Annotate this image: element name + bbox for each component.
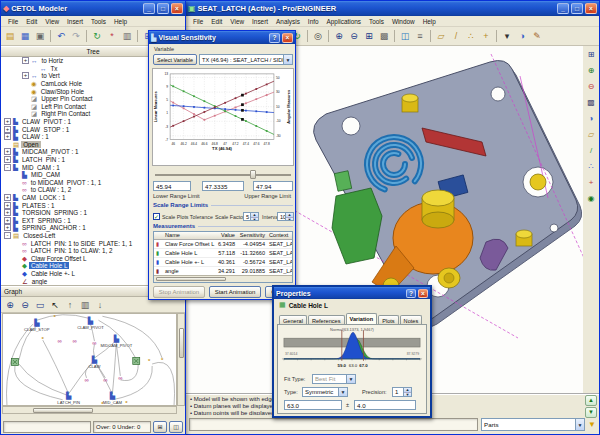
cetol-minimize-button[interactable]: _ [143, 3, 155, 14]
tree-expand-toggle[interactable]: - [4, 232, 11, 239]
column-header[interactable]: Context [267, 232, 293, 239]
spinner-arrows[interactable]: ▲▼ [250, 213, 258, 220]
menu-help[interactable]: Help [110, 18, 131, 25]
datum-point-icon[interactable]: ∴ [464, 29, 478, 43]
undo-icon[interactable]: ↶ [54, 29, 68, 43]
open-icon[interactable]: ▤ [3, 29, 17, 43]
tree-expand-toggle[interactable]: + [4, 194, 11, 201]
report-icon[interactable]: ▥ [120, 29, 134, 43]
graph-zoom-in-icon[interactable]: ⊕ [3, 298, 17, 312]
proe-maximize-button[interactable]: □ [571, 3, 583, 14]
save-icon[interactable]: ▦ [18, 29, 32, 43]
tolerance-field[interactable]: 4.0 [354, 400, 416, 410]
datum-axis-toggle-icon[interactable]: / [584, 144, 598, 158]
tree-expand-toggle[interactable]: + [4, 202, 11, 209]
print-icon[interactable]: ▣ [33, 29, 47, 43]
sketch-icon[interactable]: ✎ [530, 29, 544, 43]
proe-minimize-button[interactable]: _ [557, 3, 569, 14]
type-combo[interactable]: Symmetric ▼ [302, 387, 348, 397]
csys-icon[interactable]: + [479, 29, 493, 43]
status-view-button[interactable]: ◫ [169, 421, 183, 433]
props-titlebar[interactable]: Properties ? × [274, 287, 430, 299]
selection-filter-combo[interactable]: Parts ▼ [481, 418, 585, 431]
menu-tools[interactable]: Tools [365, 18, 388, 25]
repaint-icon[interactable]: ▩ [377, 29, 391, 43]
table-row[interactable]: ▮Cable Hole L57.118-11.32660SEAT_LATCH /… [154, 249, 292, 258]
graph-vscrollbar[interactable] [177, 313, 185, 406]
slider-thumb[interactable] [250, 170, 256, 179]
menu-info[interactable]: Info [304, 18, 323, 25]
menu-insert[interactable]: Insert [248, 18, 272, 25]
graph-layout-icon[interactable]: ▥ [78, 298, 92, 312]
variable-combo[interactable]: TX (46.94) : SEAT_LATCH / SIDE_PLATE: 1 … [199, 54, 293, 65]
tree-expand-toggle[interactable]: + [4, 133, 11, 140]
datum-plane-toggle-icon[interactable]: ▱ [584, 128, 598, 142]
current-value-field[interactable]: 47.3335 [202, 181, 244, 191]
graph-zoom-out-icon[interactable]: ⊖ [18, 298, 32, 312]
cetol-close-button[interactable]: × [171, 3, 183, 14]
column-header[interactable]: Name [163, 232, 215, 239]
menu-edit[interactable]: Edit [22, 18, 41, 25]
menu-view[interactable]: View [226, 18, 248, 25]
proe-close-button[interactable]: × [585, 3, 597, 14]
column-header[interactable] [154, 232, 163, 239]
position-slider[interactable] [155, 170, 291, 179]
scale-plots-tolerance-checkbox[interactable]: ✓ [153, 213, 160, 220]
repaint-icon[interactable]: ▩ [584, 96, 598, 110]
table-hscrollbar[interactable] [154, 275, 292, 282]
scale-range-limits-section[interactable]: Scale Range Limits [153, 202, 293, 208]
search-icon[interactable]: ◎ [311, 29, 325, 43]
menu-help[interactable]: Help [419, 18, 440, 25]
cetol-maximize-button[interactable]: □ [157, 3, 169, 14]
filter-icon[interactable]: ▼ [588, 420, 596, 429]
zoom-out-icon[interactable]: ⊖ [347, 29, 361, 43]
zoom-in-icon[interactable]: ⊕ [332, 29, 346, 43]
graph-canvas[interactable]: ▙CLAW_STOP*▙CLAW_PIVOT*∞∞∞▙MIDCAM_PIVOT▙… [2, 313, 177, 406]
spinner-arrows[interactable]: ▲▼ [403, 388, 411, 396]
chevron-down-icon[interactable]: ▼ [575, 419, 584, 430]
analyze-icon[interactable]: * [105, 29, 119, 43]
vs-close-button[interactable]: × [282, 33, 293, 43]
scale-factor-spinner[interactable]: 5 ▲▼ [243, 212, 259, 221]
props-close-button[interactable]: × [418, 289, 428, 298]
zoom-in-icon[interactable]: ⊕ [584, 64, 598, 78]
tree-expand-toggle[interactable]: - [4, 164, 11, 171]
shade-icon[interactable]: ◑ [584, 112, 598, 126]
datum-point-toggle-icon[interactable]: ∴ [584, 160, 598, 174]
table-row[interactable]: ▮Cable Hole +- L40.361-0.56724SEAT_LATCH… [154, 258, 292, 267]
status-grid-button[interactable]: ⊞ [153, 421, 167, 433]
column-header[interactable]: Value [215, 232, 237, 239]
refit-icon[interactable]: ⊞ [362, 29, 376, 43]
tree-expand-toggle[interactable]: + [22, 72, 29, 79]
more-arrow-icon[interactable]: ▾ [500, 29, 514, 43]
tree-expand-toggle[interactable]: + [4, 148, 11, 155]
chevron-down-icon[interactable]: ▼ [283, 55, 292, 64]
column-header[interactable]: Sensitivity [237, 232, 267, 239]
measurements-table[interactable]: NameValueSensitivityContext ▮Claw Force … [153, 231, 293, 283]
lower-range-field[interactable]: 45.94 [153, 181, 191, 191]
refit-icon[interactable]: ⊞ [584, 48, 598, 62]
table-row[interactable]: ▮Claw Force Offset L6.3438-4.04954SEAT_L… [154, 240, 292, 249]
graph-fit-icon[interactable]: ▭ [33, 298, 47, 312]
menu-insert[interactable]: Insert [63, 18, 87, 25]
graph-hscrollbar[interactable] [2, 406, 177, 414]
tree-expand-toggle[interactable]: + [4, 224, 11, 231]
tree-expand-toggle[interactable]: + [4, 118, 11, 125]
nominal-field[interactable]: 63.0 [284, 400, 342, 410]
menu-file[interactable]: File [189, 18, 207, 25]
datum-axis-icon[interactable]: / [449, 29, 463, 43]
spin-center-icon[interactable]: ◉ [584, 192, 598, 206]
layers-icon[interactable]: ≡ [413, 29, 427, 43]
dependency-graph[interactable]: ▙CLAW_STOP*▙CLAW_PIVOT*∞∞∞▙MIDCAM_PIVOT▙… [3, 314, 177, 406]
update-icon[interactable]: ↻ [90, 29, 104, 43]
tree-expand-toggle[interactable]: + [4, 126, 11, 133]
menu-tools[interactable]: Tools [87, 18, 110, 25]
view-mode-icon[interactable]: ◑ [515, 29, 529, 43]
vs-help-button[interactable]: ? [269, 33, 280, 43]
graph-expand-down-icon[interactable]: ↓ [93, 298, 107, 312]
measurements-table-header[interactable]: NameValueSensitivityContext [154, 232, 292, 240]
menu-window[interactable]: Window [388, 18, 419, 25]
spinner-arrows[interactable]: ▲▼ [285, 213, 293, 220]
redo-icon[interactable]: ↷ [69, 29, 83, 43]
menu-analysis[interactable]: Analysis [272, 18, 304, 25]
